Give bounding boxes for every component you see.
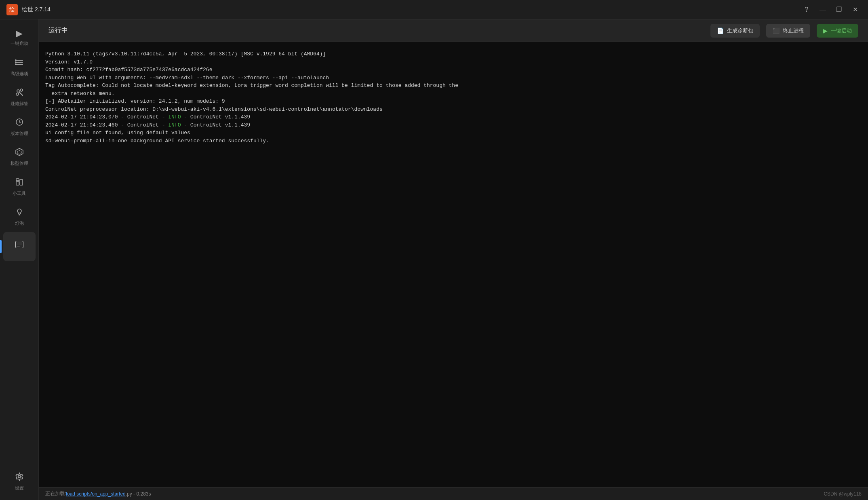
stop-icon: ⬛	[773, 27, 780, 34]
stop-button[interactable]: ⬛ 终止进程	[766, 24, 810, 38]
sidebar-item-settings[interactable]: 设置	[3, 467, 36, 496]
sidebar-item-troubleshoot[interactable]: 疑难解答	[3, 82, 36, 112]
help-button[interactable]: ?	[800, 3, 813, 16]
sidebar-item-console[interactable]	[3, 232, 36, 261]
terminal-line: 2024-02-17 21:04:23,460 - ControlNet - I…	[45, 121, 862, 129]
svg-rect-2	[16, 64, 23, 65]
status-prefix: 正在加载:	[45, 490, 66, 497]
sidebar-label-quick-start: 一键启动	[11, 40, 28, 46]
sidebar-item-model[interactable]: 模型管理	[3, 142, 36, 171]
sidebar-label-model: 模型管理	[11, 160, 28, 167]
sidebar: ▶ 一键启动 高级选项	[0, 19, 39, 500]
sidebar-label-bulb: 灯泡	[15, 220, 24, 226]
svg-rect-22	[17, 246, 20, 247]
sidebar-label-version: 版本管理	[11, 131, 28, 137]
svg-rect-13	[16, 181, 19, 185]
svg-point-8	[20, 89, 23, 91]
terminal-line: Version: v1.7.0	[45, 58, 862, 66]
document-icon: 📄	[717, 27, 724, 34]
svg-rect-14	[20, 179, 23, 185]
svg-point-5	[15, 63, 17, 65]
running-status: 运行中	[48, 26, 68, 35]
svg-point-9	[16, 93, 19, 95]
terminal[interactable]: Python 3.10.11 (tags/v3.10.11:7d4cc5a, A…	[39, 42, 868, 487]
sidebar-label-advanced: 高级选项	[11, 71, 28, 77]
content-area: 运行中 📄 生成诊断包 ⬛ 终止进程 ▶ 一键启动 Python 3.10.11…	[39, 19, 868, 500]
list-icon	[15, 58, 24, 69]
diagnostic-label: 生成诊断包	[727, 27, 753, 34]
maximize-button[interactable]: ❐	[832, 3, 845, 16]
bulb-icon	[15, 207, 24, 219]
sidebar-item-quick-start[interactable]: ▶ 一键启动	[3, 23, 36, 52]
svg-rect-15	[16, 179, 19, 181]
status-right: CSDN @wply118	[824, 491, 862, 497]
active-indicator	[0, 240, 2, 253]
sidebar-label-tools: 小工具	[13, 190, 26, 196]
sidebar-item-version[interactable]: 版本管理	[3, 112, 36, 141]
app-title: 绘世 2.7.14	[22, 6, 51, 13]
svg-point-4	[15, 61, 17, 63]
diagnostic-button[interactable]: 📄 生成诊断包	[710, 24, 760, 38]
version-icon	[15, 118, 24, 129]
info-tag: INFO	[168, 122, 181, 128]
svg-line-7	[19, 92, 23, 95]
terminal-line: Launching Web UI with arguments: --medvr…	[45, 74, 862, 82]
status-suffix: .py - 0.283s	[126, 491, 151, 497]
svg-point-23	[18, 475, 21, 478]
sidebar-label-settings: 设置	[15, 485, 24, 491]
terminal-line: Commit hash: cf2772fab0af5573da775e7437e…	[45, 66, 862, 74]
info-tag: INFO	[168, 114, 181, 120]
terminal-line: ControlNet preprocessor location: D:\sd-…	[45, 105, 862, 114]
terminal-line: sd-webui-prompt-all-in-one background AP…	[45, 137, 862, 145]
main-layout: ▶ 一键启动 高级选项	[0, 19, 868, 500]
play-icon: ▶	[16, 28, 23, 39]
terminal-line: ui config file not found, using default …	[45, 129, 862, 137]
play-icon: ▶	[823, 27, 828, 34]
start-button[interactable]: ▶ 一键启动	[817, 24, 858, 38]
svg-point-16	[17, 209, 21, 213]
svg-point-3	[15, 59, 17, 61]
svg-rect-1	[16, 62, 23, 63]
header-bar: 运行中 📄 生成诊断包 ⬛ 终止进程 ▶ 一键启动	[39, 19, 868, 42]
minimize-button[interactable]: —	[816, 3, 829, 16]
model-icon	[15, 148, 24, 159]
svg-marker-12	[17, 150, 21, 154]
stop-label: 终止进程	[783, 27, 804, 34]
title-bar: 绘 绘世 2.7.14 ? — ❐ ✕	[0, 0, 868, 19]
terminal-line: [-] ADetailer initialized. version: 24.1…	[45, 97, 862, 105]
sidebar-label-troubleshoot: 疑难解答	[11, 101, 28, 107]
app-logo: 绘	[6, 4, 18, 15]
status-bar: 正在加载: load scripts/on_app_started .py - …	[39, 487, 868, 500]
header-actions: 📄 生成诊断包 ⬛ 终止进程 ▶ 一键启动	[710, 24, 858, 38]
window-controls: ? — ❐ ✕	[800, 3, 862, 16]
sidebar-item-bulb[interactable]: 灯泡	[3, 202, 36, 231]
tools-icon	[15, 177, 24, 189]
svg-rect-0	[16, 60, 23, 61]
svg-rect-21	[17, 242, 22, 245]
close-button[interactable]: ✕	[849, 3, 862, 16]
tool-icon	[15, 88, 24, 99]
console-icon	[15, 240, 24, 251]
sidebar-item-tools[interactable]: 小工具	[3, 172, 36, 201]
terminal-line: Tag Autocomplete: Could not locate model…	[45, 82, 862, 97]
terminal-line: Python 3.10.11 (tags/v3.10.11:7d4cc5a, A…	[45, 50, 862, 58]
status-highlight: load scripts/on_app_started	[66, 491, 125, 497]
settings-icon	[15, 472, 24, 483]
start-label: 一键启动	[831, 27, 852, 34]
terminal-line: 2024-02-17 21:04:23,070 - ControlNet - I…	[45, 113, 862, 121]
sidebar-item-advanced[interactable]: 高级选项	[3, 53, 36, 82]
